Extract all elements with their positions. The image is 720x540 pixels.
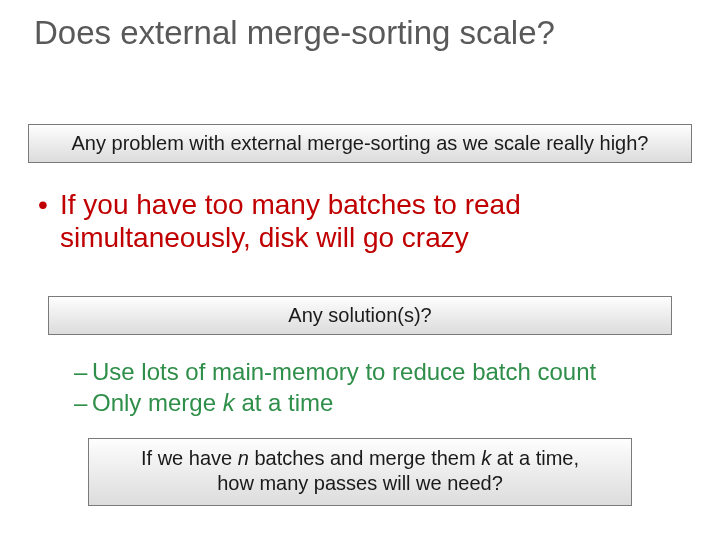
question-banner-passes: If we have n batches and merge them k at… (88, 438, 632, 506)
variable-k: k (223, 389, 235, 416)
question-banner-solutions: Any solution(s)? (48, 296, 672, 335)
dash-icon: – (74, 356, 92, 387)
question-banner-problem: Any problem with external merge-sorting … (28, 124, 692, 163)
slide-title: Does external merge-sorting scale? (34, 14, 555, 52)
variable-k: k (481, 447, 491, 469)
sub-bullets: –Use lots of main-memory to reduce batch… (74, 356, 680, 418)
bullet-text-line1: If you have too many batches to read (60, 189, 521, 220)
sub-bullet-2: –Only merge k at a time (74, 387, 680, 418)
banner3-line1: If we have n batches and merge them k at… (99, 446, 621, 471)
sub-bullet-2-text-b: at a time (235, 389, 334, 416)
sub-bullet-2-text-a: Only merge (92, 389, 223, 416)
slide: Does external merge-sorting scale? Any p… (0, 0, 720, 540)
dash-icon: – (74, 387, 92, 418)
bullet-text-line2: simultaneously, disk will go crazy (38, 221, 670, 254)
sub-bullet-1: –Use lots of main-memory to reduce batch… (74, 356, 680, 387)
main-bullet: •If you have too many batches to read si… (38, 188, 670, 254)
bullet-dot: • (38, 188, 60, 221)
variable-n: n (238, 447, 249, 469)
sub-bullet-1-text: Use lots of main-memory to reduce batch … (92, 358, 596, 385)
banner3-text-a: If we have (141, 447, 238, 469)
banner3-text-b: batches and merge them (249, 447, 481, 469)
banner3-text-c: at a time, (491, 447, 579, 469)
banner3-line2: how many passes will we need? (99, 471, 621, 496)
